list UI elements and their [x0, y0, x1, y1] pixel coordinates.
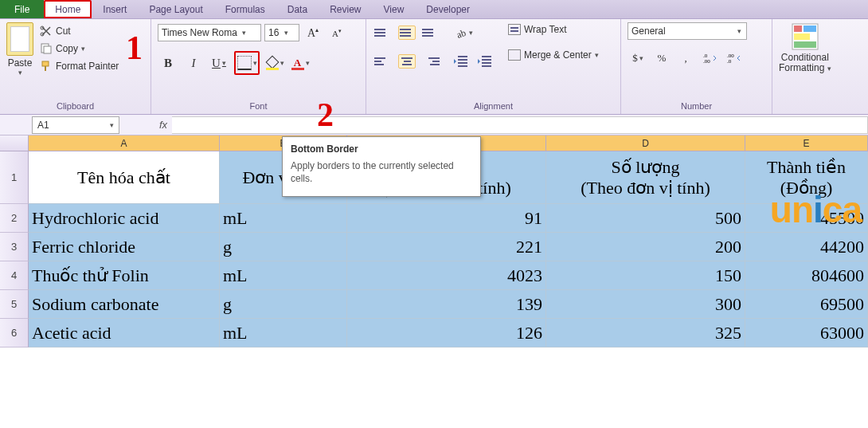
cell[interactable]: mL: [220, 261, 347, 290]
tab-review[interactable]: Review: [319, 0, 372, 18]
conditional-formatting-button[interactable]: Conditional Formatting ▾: [779, 22, 831, 73]
cell-E1[interactable]: Thành tiền(Đồng): [745, 151, 868, 204]
chevron-down-icon[interactable]: ▾: [827, 65, 831, 73]
font-color-button[interactable]: A▾: [290, 53, 311, 73]
chevron-down-icon[interactable]: ▾: [81, 45, 85, 53]
tab-data[interactable]: Data: [276, 0, 319, 18]
font-size-combo[interactable]: 16▾: [264, 24, 299, 41]
align-middle-button[interactable]: [397, 22, 417, 43]
tab-file[interactable]: File: [0, 0, 44, 18]
tab-developer[interactable]: Developer: [415, 0, 481, 18]
cell[interactable]: 91: [347, 204, 546, 233]
chevron-down-icon[interactable]: ▾: [306, 59, 310, 67]
bold-button[interactable]: B: [158, 53, 178, 73]
decrease-indent-button[interactable]: [451, 51, 471, 72]
cell[interactable]: mL: [220, 204, 347, 233]
select-all-corner[interactable]: [0, 135, 29, 151]
paste-button[interactable]: Paste ▾: [6, 22, 33, 77]
cell[interactable]: Hydrochloric acid: [29, 204, 220, 233]
column-header-E[interactable]: E: [745, 135, 868, 151]
cell[interactable]: Sodium carbonate: [29, 290, 220, 319]
column-header-D[interactable]: D: [546, 135, 745, 151]
cell[interactable]: Acetic acid: [29, 319, 220, 348]
tab-home[interactable]: Home: [44, 0, 92, 18]
row-header[interactable]: 5: [0, 290, 29, 319]
wrap-text-button[interactable]: Wrap Text: [505, 22, 602, 37]
percent-format-button[interactable]: %: [651, 48, 672, 69]
cut-button[interactable]: Cut: [38, 22, 120, 40]
cell[interactable]: 500: [546, 204, 745, 233]
grow-font-button[interactable]: A▴: [303, 22, 323, 43]
cell[interactable]: 221: [347, 233, 546, 261]
cell[interactable]: 45500: [745, 204, 868, 233]
cell[interactable]: 804600: [745, 261, 868, 290]
formula-input[interactable]: [172, 116, 868, 134]
svg-rect-14: [794, 33, 810, 40]
cell[interactable]: mL: [220, 319, 347, 348]
tab-page-layout[interactable]: Page Layout: [138, 0, 213, 18]
cell[interactable]: Thuốc thử Folin: [29, 261, 220, 290]
row-header[interactable]: 2: [0, 204, 29, 233]
merge-center-button[interactable]: Merge & Center ▾: [505, 48, 602, 62]
chevron-down-icon[interactable]: ▾: [18, 69, 22, 77]
increase-indent-button[interactable]: [475, 51, 495, 72]
increase-decimal-button[interactable]: .0.00: [699, 48, 720, 69]
cell[interactable]: 126: [347, 319, 546, 348]
cell[interactable]: 44200: [745, 233, 868, 261]
column-header-A[interactable]: A: [29, 135, 220, 151]
comma-format-button[interactable]: ,: [675, 48, 696, 69]
align-center-button[interactable]: [397, 51, 417, 72]
cell[interactable]: 69500: [745, 290, 868, 319]
cell[interactable]: 139: [347, 290, 546, 319]
cell[interactable]: 300: [546, 290, 745, 319]
chevron-down-icon[interactable]: ▾: [110, 121, 114, 129]
accounting-format-button[interactable]: $▾: [628, 48, 648, 69]
chevron-down-icon[interactable]: ▾: [240, 29, 248, 37]
cell[interactable]: 200: [546, 233, 745, 261]
font-name-combo[interactable]: Times New Roma▾: [158, 24, 261, 41]
cell[interactable]: 325: [546, 319, 745, 348]
align-left-button[interactable]: [373, 51, 393, 72]
cell-D1[interactable]: Số lượng(Theo đơn vị tính): [546, 151, 745, 204]
align-bottom-button[interactable]: [420, 22, 441, 43]
decrease-decimal-button[interactable]: .00.0: [723, 48, 744, 69]
fx-icon[interactable]: fx: [159, 119, 167, 131]
chevron-down-icon[interactable]: ▾: [282, 29, 290, 37]
cell[interactable]: Ferric chloride: [29, 233, 220, 261]
fill-color-button[interactable]: ▾: [264, 53, 285, 73]
chevron-down-icon[interactable]: ▾: [469, 29, 473, 37]
cell[interactable]: 63000: [745, 319, 868, 348]
chevron-down-icon[interactable]: ▾: [253, 59, 257, 67]
align-top-button[interactable]: [373, 22, 393, 43]
format-painter-button[interactable]: Format Painter: [38, 57, 120, 75]
shrink-font-button[interactable]: A▾: [326, 22, 347, 43]
cell-A1[interactable]: Tên hóa chất: [29, 151, 220, 204]
copy-button[interactable]: Copy ▾: [38, 40, 120, 57]
row-header[interactable]: 6: [0, 319, 29, 348]
conditional-label-2: Formatting: [779, 62, 824, 73]
cell[interactable]: 150: [546, 261, 745, 290]
row-header[interactable]: 4: [0, 261, 29, 290]
align-right-button[interactable]: [420, 51, 441, 72]
chevron-down-icon[interactable]: ▾: [639, 54, 643, 62]
orientation-button[interactable]: ab▾: [451, 22, 476, 43]
tab-formulas[interactable]: Formulas: [214, 0, 276, 18]
tab-insert[interactable]: Insert: [92, 0, 138, 18]
borders-button[interactable]: ▾: [234, 51, 260, 75]
chevron-down-icon[interactable]: ▾: [595, 51, 599, 59]
header-E-line1: Thành tiền: [767, 157, 846, 177]
underline-button[interactable]: U▾: [209, 53, 229, 73]
row-header[interactable]: 1: [0, 151, 29, 204]
chevron-down-icon[interactable]: ▾: [222, 59, 226, 67]
row-header[interactable]: 3: [0, 233, 29, 261]
name-box[interactable]: A1 ▾: [32, 116, 119, 134]
number-format-value: General: [631, 26, 666, 37]
cell[interactable]: g: [220, 290, 347, 319]
cell[interactable]: 4023: [347, 261, 546, 290]
cell[interactable]: g: [220, 233, 347, 261]
chevron-down-icon[interactable]: ▾: [735, 27, 743, 35]
chevron-down-icon[interactable]: ▾: [280, 59, 284, 67]
italic-button[interactable]: I: [183, 53, 204, 73]
tab-view[interactable]: View: [373, 0, 416, 18]
number-format-combo[interactable]: General▾: [628, 22, 747, 40]
